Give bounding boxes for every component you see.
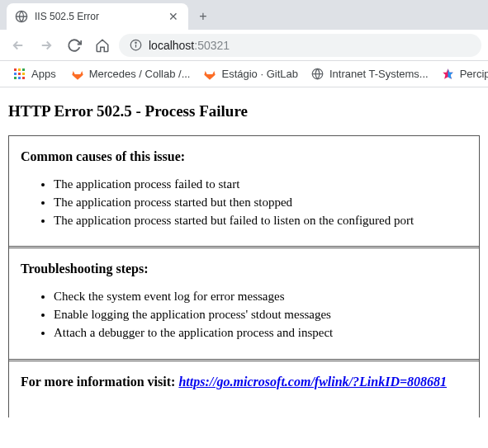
svg-rect-12 (22, 77, 25, 79)
browser-chrome: IIS 502.5 Error ✕ + localhost:50321 (0, 0, 488, 87)
forward-button[interactable] (35, 34, 58, 57)
page-content: HTTP Error 502.5 - Process Failure Commo… (0, 87, 488, 426)
tab-title: IIS 502.5 Error (35, 11, 160, 22)
section-more-info: For more information visit: https://go.m… (9, 359, 479, 417)
more-info-line: For more information visit: https://go.m… (21, 375, 467, 389)
info-icon[interactable] (129, 39, 142, 52)
section-common-causes: Common causes of this issue: The applica… (9, 136, 479, 246)
bookmark-estagio[interactable]: Estágio · GitLab (198, 64, 303, 84)
svg-rect-9 (22, 73, 25, 75)
apps-button[interactable]: Apps (7, 64, 63, 84)
list-item: The application process started but fail… (54, 212, 467, 230)
causes-list: The application process failed to start … (21, 176, 467, 229)
page-title: HTTP Error 502.5 - Process Failure (8, 102, 480, 120)
close-icon[interactable]: ✕ (167, 10, 180, 23)
gitlab-icon (71, 68, 84, 81)
list-item: The application process failed to start (54, 176, 467, 194)
gitlab-icon (203, 68, 216, 81)
reload-button[interactable] (63, 34, 86, 57)
home-button[interactable] (91, 34, 114, 57)
more-info-link[interactable]: https://go.microsoft.com/fwlink/?LinkID=… (178, 375, 447, 389)
section-heading: Common causes of this issue: (21, 149, 467, 164)
apps-label: Apps (31, 68, 56, 80)
browser-toolbar: localhost:50321 (0, 30, 488, 61)
bookmark-mercedes[interactable]: Mercedes / Collab /... (66, 64, 196, 84)
address-port: :50321 (194, 39, 230, 52)
bookmark-percipio[interactable]: Percipio (437, 64, 488, 84)
globe-icon (311, 68, 325, 81)
address-text: localhost:50321 (149, 39, 230, 52)
bookmark-intranet[interactable]: Intranet T-Systems... (306, 64, 434, 84)
section-heading: Troubleshooting steps: (21, 262, 467, 276)
svg-rect-11 (18, 77, 21, 79)
list-item: Check the system event log for error mes… (54, 288, 467, 306)
percipio-icon (442, 68, 455, 81)
bookmark-label: Mercedes / Collab /... (89, 68, 191, 80)
back-button[interactable] (7, 34, 30, 57)
browser-tab[interactable]: IIS 502.5 Error ✕ (7, 3, 188, 30)
list-item: Enable logging the application process' … (54, 306, 467, 324)
bookmark-label: Percipio (460, 68, 488, 80)
apps-grid-icon (13, 68, 26, 81)
steps-list: Check the system event log for error mes… (21, 288, 467, 342)
tab-bar: IIS 502.5 Error ✕ + (0, 0, 488, 30)
address-host: localhost (149, 39, 194, 52)
globe-icon (15, 10, 28, 23)
list-item: The application process started but then… (54, 194, 467, 212)
bookmark-label: Intranet T-Systems... (329, 68, 429, 80)
info-box-container: Common causes of this issue: The applica… (8, 135, 480, 417)
svg-rect-8 (18, 73, 21, 75)
svg-rect-5 (18, 68, 21, 71)
section-troubleshooting: Troubleshooting steps: Check the system … (9, 246, 479, 358)
more-info-label: For more information visit: (21, 375, 178, 389)
list-item: Attach a debugger to the application pro… (54, 324, 467, 342)
address-bar[interactable]: localhost:50321 (119, 34, 481, 57)
bookmark-label: Estágio · GitLab (221, 68, 298, 80)
svg-point-3 (135, 42, 135, 43)
svg-rect-10 (14, 77, 17, 79)
svg-rect-4 (14, 68, 17, 71)
svg-rect-7 (14, 73, 17, 75)
bookmarks-bar: Apps Mercedes / Collab /... Estágio · Gi… (0, 61, 488, 87)
svg-rect-6 (22, 68, 25, 71)
new-tab-button[interactable]: + (192, 5, 215, 28)
